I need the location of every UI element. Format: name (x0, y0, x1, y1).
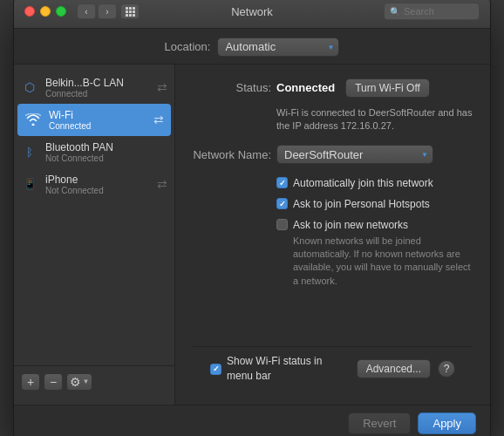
add-network-button[interactable]: + (21, 373, 40, 391)
sidebar-item-bluetooth[interactable]: ᛒ Bluetooth PAN Not Connected (14, 136, 174, 168)
search-box[interactable]: 🔍 (384, 3, 480, 20)
sidebar-item-wifi[interactable]: Wi-Fi Connected ⇄ (17, 104, 171, 136)
iphone-info: iPhone Not Connected (45, 174, 150, 195)
auto-join-label: Automatically join this network (293, 176, 433, 191)
status-label: Status: (193, 81, 271, 94)
advanced-button[interactable]: Advanced... (357, 359, 431, 378)
grid-icon (126, 7, 135, 17)
spacer (193, 296, 473, 337)
forward-button[interactable]: › (98, 3, 117, 19)
help-button[interactable]: ? (438, 360, 455, 378)
network-name-row: Network Name: DeerSoftRouter (193, 145, 473, 164)
personal-hotspots-row[interactable]: Ask to join Personal Hotspots (276, 197, 473, 212)
ethernet-icon: ⬡ (21, 78, 38, 96)
ask-new-networks-row[interactable]: Ask to join new networks Known networks … (276, 218, 473, 288)
auto-join-checkbox[interactable] (276, 177, 288, 188)
sidebar-bottom: + − ⚙ ▼ (14, 365, 174, 398)
status-value: Connected (276, 81, 335, 94)
titlebar: ‹ › Network 🔍 (14, 0, 490, 29)
belkin-action-icon: ⇄ (157, 80, 167, 94)
iphone-status: Not Connected (45, 186, 150, 195)
bottom-bar: Show Wi-Fi status in menu bar Advanced..… (193, 346, 473, 391)
auto-join-row[interactable]: Automatically join this network (276, 176, 473, 191)
turn-wifi-off-button[interactable]: Turn Wi-Fi Off (345, 78, 430, 98)
bluetooth-icon: ᛒ (21, 143, 38, 160)
ask-new-networks-checkbox[interactable] (276, 219, 288, 230)
iphone-icon: 📱 (21, 175, 38, 193)
iphone-action-icon: ⇄ (157, 177, 167, 191)
footer: Revert Apply (14, 405, 490, 437)
wifi-status: Connected (49, 121, 146, 131)
revert-button[interactable]: Revert (348, 412, 411, 434)
traffic-lights (24, 6, 66, 17)
wifi-name: Wi-Fi (49, 109, 146, 121)
window-title: Network (231, 5, 273, 18)
wifi-icon (24, 111, 42, 128)
show-wifi-checkbox[interactable] (210, 364, 221, 375)
ask-new-networks-content: Ask to join new networks Known networks … (293, 218, 473, 288)
bluetooth-info: Bluetooth PAN Not Connected (45, 141, 167, 163)
gear-dropdown-icon: ▼ (83, 378, 90, 385)
show-wifi-row[interactable]: Show Wi-Fi status in menu bar (210, 354, 350, 384)
network-name-select-wrapper: DeerSoftRouter (276, 145, 433, 164)
personal-hotspots-checkbox[interactable] (276, 198, 288, 209)
nav-buttons: ‹ › (77, 3, 117, 19)
network-name-select[interactable]: DeerSoftRouter (276, 145, 433, 164)
location-select[interactable]: Automatic Edit Locations... (217, 37, 339, 57)
network-actions-button[interactable]: ⚙ ▼ (66, 373, 92, 391)
sidebar: ⬡ Belkin...B-C LAN Connected ⇄ (14, 65, 175, 405)
sidebar-item-iphone[interactable]: 📱 iPhone Not Connected ⇄ (14, 168, 174, 201)
remove-network-button[interactable]: − (44, 373, 63, 391)
belkin-status: Connected (45, 89, 150, 99)
iphone-name: iPhone (45, 174, 150, 186)
status-row: Status: Connected Turn Wi-Fi Off (193, 78, 473, 98)
main-content: ⬡ Belkin...B-C LAN Connected ⇄ (14, 65, 490, 405)
maximize-button[interactable] (56, 6, 66, 17)
ask-new-networks-desc: Known networks will be joined automatica… (293, 235, 473, 289)
wifi-info: Wi-Fi Connected (49, 109, 146, 131)
wifi-action-icon: ⇄ (153, 112, 164, 126)
bluetooth-status: Not Connected (45, 153, 167, 163)
belkin-info: Belkin...B-C LAN Connected (45, 77, 150, 99)
search-icon: 🔍 (390, 7, 400, 17)
minimize-button[interactable] (40, 6, 51, 17)
back-button[interactable]: ‹ (77, 3, 96, 19)
detail-panel: Status: Connected Turn Wi-Fi Off Wi-Fi i… (175, 65, 490, 405)
location-select-wrapper: Automatic Edit Locations... (217, 37, 339, 57)
show-wifi-label: Show Wi-Fi status in menu bar (227, 354, 350, 384)
close-button[interactable] (24, 6, 35, 17)
ask-new-networks-label: Ask to join new networks (293, 218, 473, 233)
location-label: Location: (165, 40, 211, 53)
status-description: Wi-Fi is connected to DeerSoftRouter and… (276, 106, 473, 133)
options-section: Automatically join this network Ask to j… (276, 176, 473, 288)
bluetooth-name: Bluetooth PAN (45, 141, 167, 153)
location-bar: Location: Automatic Edit Locations... (14, 29, 490, 65)
sidebar-item-belkin[interactable]: ⬡ Belkin...B-C LAN Connected ⇄ (14, 72, 174, 104)
apply-button[interactable]: Apply (418, 412, 476, 434)
network-preferences-window: ‹ › Network 🔍 Location: Automatic Edit L… (13, 0, 491, 436)
belkin-name: Belkin...B-C LAN (45, 77, 150, 89)
personal-hotspots-label: Ask to join Personal Hotspots (293, 197, 430, 212)
search-input[interactable] (404, 6, 473, 17)
app-grid-button[interactable] (120, 3, 140, 19)
network-name-label: Network Name: (193, 148, 271, 161)
